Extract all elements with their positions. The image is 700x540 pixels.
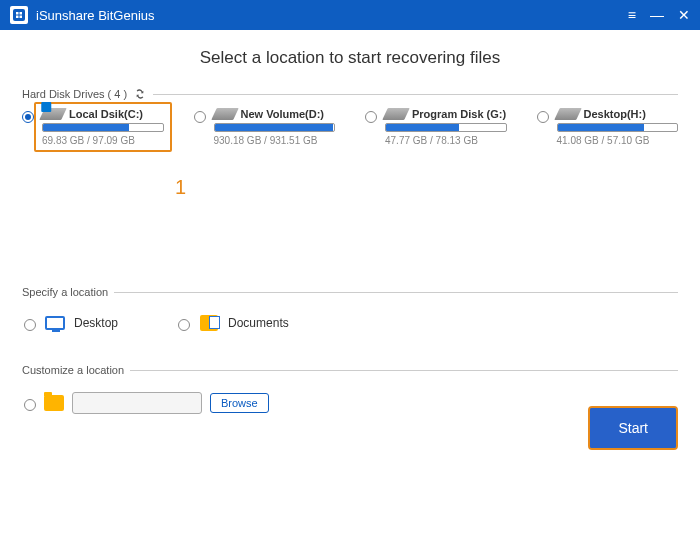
browse-button[interactable]: Browse	[210, 393, 269, 413]
radio-icon[interactable]	[537, 111, 549, 123]
drive-option[interactable]: New Volume(D:) 930.18 GB / 931.51 GB	[194, 108, 336, 146]
app-logo-icon	[10, 6, 28, 24]
drive-option[interactable]: Program Disk (G:) 47.77 GB / 78.13 GB	[365, 108, 507, 146]
drive-size: 41.08 GB / 57.10 GB	[557, 135, 679, 146]
drive-name: Local Dsik(C:)	[69, 108, 143, 120]
radio-icon[interactable]	[24, 399, 36, 411]
desktop-icon	[45, 316, 65, 330]
drives-section-label: Hard Disk Drives ( 4 )	[22, 88, 127, 100]
drives-section: Hard Disk Drives ( 4 ) Local Dsik(C:) 69…	[22, 88, 678, 268]
drive-option[interactable]: Local Dsik(C:) 69.83 GB / 97.09 GB	[22, 108, 164, 146]
specify-section: Specify a location Desktop Documents	[22, 286, 678, 346]
folder-icon	[44, 395, 64, 411]
drive-name: Program Disk (G:)	[412, 108, 506, 120]
usage-bar	[385, 123, 507, 132]
disk-icon	[211, 108, 239, 120]
documents-icon	[200, 315, 218, 331]
location-label: Documents	[228, 316, 289, 330]
location-desktop[interactable]: Desktop	[24, 314, 118, 332]
location-documents[interactable]: Documents	[178, 314, 289, 332]
radio-icon[interactable]	[22, 111, 34, 123]
drive-name: Desktop(H:)	[584, 108, 646, 120]
windows-badge-icon	[41, 102, 51, 112]
menu-icon[interactable]: ≡	[628, 7, 636, 23]
usage-bar	[214, 123, 336, 132]
customize-section-label: Customize a location	[22, 364, 124, 376]
main-content: Select a location to start recovering fi…	[0, 30, 700, 464]
disk-icon	[382, 108, 410, 120]
minimize-icon[interactable]: —	[650, 7, 664, 23]
start-button[interactable]: Start	[588, 406, 678, 450]
disk-icon	[39, 108, 67, 120]
drive-size: 47.77 GB / 78.13 GB	[385, 135, 507, 146]
usage-bar	[557, 123, 679, 132]
radio-icon[interactable]	[365, 111, 377, 123]
drive-name: New Volume(D:)	[241, 108, 325, 120]
custom-path-input[interactable]	[72, 392, 202, 414]
refresh-icon[interactable]	[133, 89, 147, 99]
radio-icon[interactable]	[178, 319, 190, 331]
radio-icon[interactable]	[24, 319, 36, 331]
location-label: Desktop	[74, 316, 118, 330]
usage-bar	[42, 123, 164, 132]
drive-option[interactable]: Desktop(H:) 41.08 GB / 57.10 GB	[537, 108, 679, 146]
page-title: Select a location to start recovering fi…	[22, 48, 678, 68]
radio-icon[interactable]	[194, 111, 206, 123]
customize-section: Customize a location Browse	[22, 364, 678, 432]
drive-size: 930.18 GB / 931.51 GB	[214, 135, 336, 146]
drive-size: 69.83 GB / 97.09 GB	[42, 135, 164, 146]
disk-icon	[554, 108, 582, 120]
close-icon[interactable]: ✕	[678, 7, 690, 23]
titlebar: iSunshare BitGenius ≡ — ✕	[0, 0, 700, 30]
app-title: iSunshare BitGenius	[36, 8, 628, 23]
annotation-1: 1	[175, 176, 186, 199]
specify-section-label: Specify a location	[22, 286, 108, 298]
